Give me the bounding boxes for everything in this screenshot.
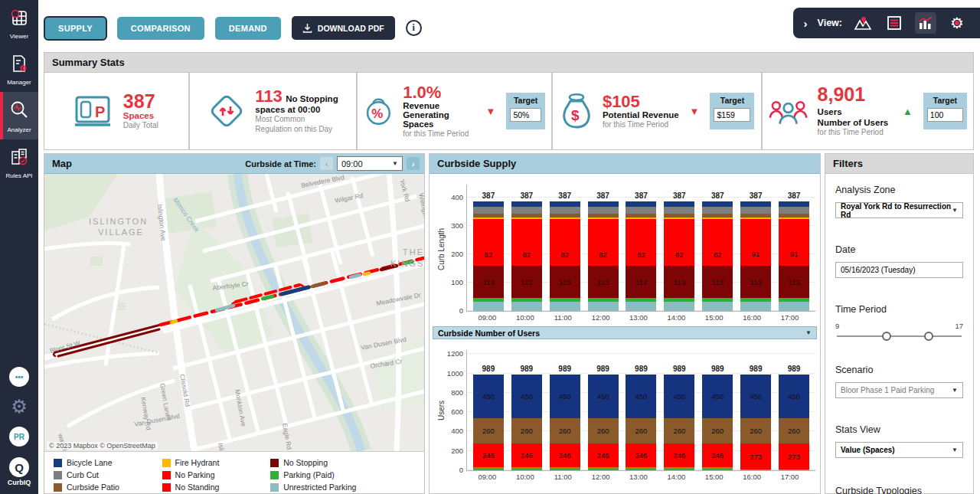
date-input[interactable] [835, 262, 963, 278]
bar-segment [588, 467, 619, 468]
sidebar-item-manager[interactable]: ⚙ Manager [0, 46, 38, 92]
bar-segment [740, 298, 771, 302]
stat-card-no-stopping: 113 No Stopping spaces at 00:00 Most Com… [190, 73, 358, 149]
map-view-icon[interactable] [852, 12, 874, 34]
bar-segment-value: 113 [550, 278, 580, 286]
slider-handle-start[interactable] [882, 332, 891, 341]
download-pdf-button[interactable]: DOWNLOAD PDF [292, 16, 395, 40]
bar-total-label: 387 [596, 191, 609, 200]
bar-segment: 246 [473, 443, 504, 467]
bar-segment: 113 [664, 266, 694, 298]
stats-view-select[interactable]: Value (Spaces) ▼ [835, 442, 963, 458]
bar-segment-value: 260 [702, 427, 733, 435]
bar-segment: 260 [702, 418, 733, 443]
curbside-supply-header: Curbside Supply [430, 154, 820, 174]
sidebar-item-rules-api[interactable]: Rules API [0, 139, 38, 185]
stacked-bar: 11382 [702, 201, 733, 311]
top-toolbar: SUPPLY COMPARISON DEMAND DOWNLOAD PDF i … [38, 0, 980, 51]
chevron-down-icon: ▼ [952, 207, 958, 214]
stat-sub: Regulation on this Day [255, 124, 338, 134]
bar-segment-value: 82 [664, 250, 694, 259]
bar-segment [473, 219, 504, 243]
target-input[interactable] [927, 108, 963, 122]
x-axis: 09:0010:0011:0012:0013:0014:0015:0016:00… [466, 471, 815, 481]
map-canvas[interactable]: ISLINGTONVILLAGETHEKINGSWAMimico CreekIs… [44, 174, 424, 451]
info-icon[interactable]: i [406, 20, 422, 36]
bar-segment: 450 [473, 375, 504, 418]
x-axis-tick: 14:00 [659, 473, 693, 481]
stat-number: 8,901 [818, 83, 866, 105]
tab-demand[interactable]: DEMAND [215, 17, 281, 40]
chevron-down-icon: ▼ [952, 387, 958, 394]
bar-segment: 450 [740, 375, 771, 418]
target-input[interactable] [714, 108, 750, 122]
bar-segment [779, 218, 809, 219]
tab-supply[interactable]: SUPPLY [44, 17, 106, 40]
x-axis-tick: 15:00 [697, 313, 731, 322]
bar-segment [664, 214, 694, 218]
bar-segment [473, 207, 504, 214]
bar-segment [588, 298, 619, 302]
bar-segment-value: 246 [550, 451, 580, 460]
legend-swatch [162, 471, 171, 479]
target-box: Target [710, 93, 754, 129]
analyzer-icon [8, 100, 30, 124]
bar-segment [740, 207, 771, 214]
tab-comparison[interactable]: COMPARISON [117, 17, 204, 40]
bar-segment: 260 [473, 418, 504, 443]
bar-column: 38711382 [586, 185, 620, 311]
bar-column: 38711382 [510, 185, 544, 311]
map-image: ISLINGTONVILLAGETHEKINGSWAMimico CreekIs… [44, 174, 424, 451]
stats-view-label: Stats View [835, 424, 963, 435]
stacked-bar: 11382 [626, 201, 656, 311]
legend-swatch [270, 471, 279, 479]
sidebar-item-viewer[interactable]: Viewer [0, 0, 38, 46]
stat-number: 1.0% [403, 84, 475, 101]
x-axis: 09:0010:0011:0012:0013:0014:0015:0016:00… [466, 312, 815, 322]
stacked-bar: 246260450 [588, 375, 619, 470]
bar-segment [740, 219, 771, 240]
analysis-zone-select[interactable]: Royal York Rd to Resurrection Rd ▼ [835, 202, 963, 218]
stat-unit: No Stopping [286, 94, 338, 103]
bar-segment [779, 298, 809, 302]
bar-column: 989246260450 [586, 350, 620, 470]
settings-gear-icon[interactable]: ⚙ [946, 12, 968, 34]
bar-segment [740, 302, 771, 311]
bar-segment-value: 450 [740, 392, 771, 401]
legend-label: Curb Cut [67, 470, 99, 479]
bar-segment-value: 82 [588, 250, 619, 259]
bar-column: 38711382 [472, 185, 505, 311]
bar-segment-value: 246 [664, 451, 694, 460]
more-options-button[interactable]: ••• [9, 367, 29, 387]
bar-segment: 113 [702, 266, 733, 298]
time-prev-button[interactable]: ‹ [320, 157, 333, 170]
collapse-chevron-icon[interactable]: › [804, 17, 808, 30]
sidebar-item-analyzer[interactable]: Analyzer [0, 92, 38, 139]
table-view-icon[interactable] [884, 12, 905, 34]
pr-button[interactable]: PR [9, 427, 29, 447]
map-header: Map Curbside at Time: ‹ 09:00 ▼ › [44, 154, 424, 174]
date-label: Date [835, 244, 963, 255]
time-select[interactable]: 09:00 ▼ [337, 156, 403, 171]
scenario-select[interactable]: Bloor Phase 1 Paid Parking ▼ [835, 382, 963, 398]
slider-handle-end[interactable] [924, 332, 933, 341]
legend-item: Curbside Patio [54, 481, 162, 493]
time-next-button[interactable]: › [407, 157, 420, 170]
bar-segment: 246 [511, 443, 542, 467]
parking-spaces-icon: P [74, 94, 114, 128]
bar-segment [702, 468, 733, 470]
curbside-charts-panel: Curbside Supply Curb Length0100200300400… [429, 153, 821, 494]
users-chart-select[interactable]: Curbside Number of Users ▼ [433, 326, 817, 339]
slider-track[interactable] [837, 335, 962, 337]
settings-gear-icon[interactable]: ⚙ [11, 397, 28, 416]
chart-view-icon[interactable] [915, 12, 936, 34]
bar-segment-value: 450 [473, 392, 504, 401]
target-input[interactable] [510, 108, 541, 122]
bar-total-label: 989 [558, 365, 571, 373]
stat-card-spaces: P 387 Spaces Daily Total [44, 73, 190, 149]
bar-segment: 246 [550, 443, 580, 467]
bar-segment-value: 113 [588, 278, 619, 286]
bar-segment-value: 91 [779, 249, 809, 257]
bar-segment: 450 [626, 375, 656, 418]
x-axis-tick: 11:00 [546, 473, 580, 481]
